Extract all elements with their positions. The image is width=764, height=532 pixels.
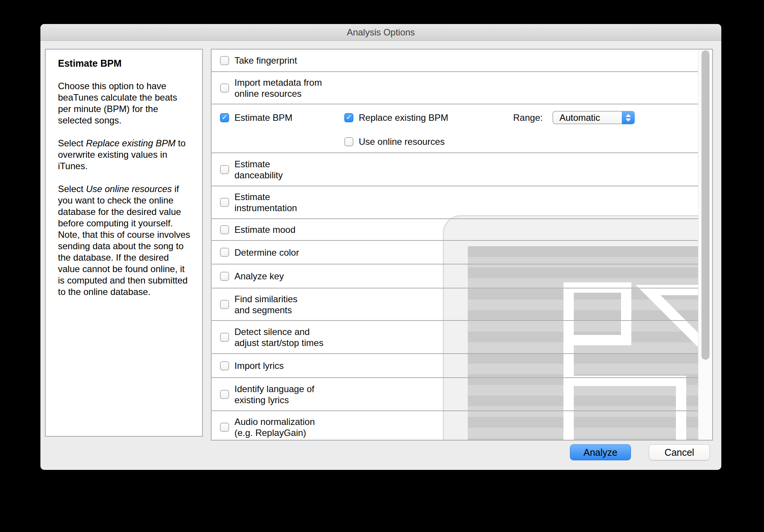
popup-arrows-icon bbox=[622, 111, 635, 124]
analysis-options-list: Take fingerprintImport metadata fromonli… bbox=[212, 50, 698, 440]
option-row-import-metadata: Import metadata fromonline resources bbox=[212, 72, 698, 104]
scrollbar-track[interactable] bbox=[698, 50, 712, 440]
option-label-detect-silence[interactable]: Detect silence andadjust start/stop time… bbox=[234, 326, 323, 348]
checkbox-estimate-mood[interactable] bbox=[220, 225, 229, 234]
option-row-analyze-key: Analyze key bbox=[212, 264, 698, 288]
options-pane: Take fingerprintImport metadata fromonli… bbox=[211, 49, 713, 441]
option-row-estimate-bpm: ✓Estimate BPM✓Replace existing BPMUse on… bbox=[212, 104, 698, 153]
option-row-take-fingerprint: Take fingerprint bbox=[212, 50, 698, 72]
checkbox-identify-language[interactable] bbox=[220, 390, 229, 399]
title-bar[interactable]: Analysis Options bbox=[40, 24, 721, 41]
range-group: Range:Automatic bbox=[513, 111, 635, 124]
analyze-button[interactable]: Analyze bbox=[570, 444, 631, 460]
option-label-estimate-bpm[interactable]: Estimate BPM bbox=[234, 112, 292, 123]
option-row-import-lyrics: Import lyrics bbox=[212, 354, 698, 378]
checkbox-audio-normalization[interactable] bbox=[220, 423, 229, 432]
option-row-estimate-instrumentation: Estimateinstrumentation bbox=[212, 186, 698, 219]
scrollbar-thumb[interactable] bbox=[701, 50, 709, 360]
option-row-estimate-mood: Estimate mood bbox=[212, 219, 698, 241]
option-row-detect-silence: Detect silence andadjust start/stop time… bbox=[212, 321, 698, 354]
option-row-find-similarities: Find similaritiesand segments bbox=[212, 288, 698, 321]
range-selected-value: Automatic bbox=[553, 112, 600, 123]
window-title: Analysis Options bbox=[40, 24, 721, 41]
description-pane: Estimate BPM Choose this option to have … bbox=[45, 49, 203, 437]
option-label-estimate-danceability[interactable]: Estimatedanceability bbox=[234, 159, 283, 181]
option-label-estimate-instrumentation[interactable]: Estimateinstrumentation bbox=[234, 191, 297, 213]
option-label-identify-language[interactable]: Identify language ofexisting lyrics bbox=[234, 383, 315, 405]
checkmark-icon: ✓ bbox=[221, 114, 228, 121]
range-select[interactable]: Automatic bbox=[552, 111, 635, 124]
checkbox-import-lyrics[interactable] bbox=[220, 361, 229, 370]
checkbox-estimate-instrumentation[interactable] bbox=[220, 198, 229, 207]
sub-option-use-online-resources: Use online resources bbox=[344, 136, 448, 147]
option-label-determine-color[interactable]: Determine color bbox=[234, 247, 299, 258]
option-row-audio-normalization: Audio normalization(e.g. ReplayGain) bbox=[212, 411, 698, 440]
checkbox-estimate-bpm[interactable]: ✓ bbox=[220, 113, 229, 122]
option-label-import-metadata[interactable]: Import metadata fromonline resources bbox=[234, 77, 322, 99]
option-label-import-lyrics[interactable]: Import lyrics bbox=[234, 360, 284, 371]
checkbox-find-similarities[interactable] bbox=[220, 300, 229, 309]
cancel-button[interactable]: Cancel bbox=[649, 444, 710, 460]
option-label-audio-normalization[interactable]: Audio normalization(e.g. ReplayGain) bbox=[234, 416, 315, 438]
option-label-estimate-mood[interactable]: Estimate mood bbox=[234, 224, 295, 235]
checkmark-icon: ✓ bbox=[346, 114, 352, 121]
option-label-analyze-key[interactable]: Analyze key bbox=[234, 271, 284, 282]
checkbox-take-fingerprint[interactable] bbox=[220, 56, 229, 65]
option-label-find-similarities[interactable]: Find similaritiesand segments bbox=[234, 293, 297, 316]
description-paragraph: Select Use online resources if you want … bbox=[58, 183, 191, 298]
checkbox-replace-existing-bpm[interactable]: ✓ bbox=[344, 113, 353, 122]
option-row-determine-color: Determine color bbox=[212, 241, 698, 264]
checkbox-determine-color[interactable] bbox=[220, 248, 229, 257]
sub-option-replace-existing-bpm: ✓Replace existing BPM bbox=[344, 112, 448, 123]
description-heading: Estimate BPM bbox=[58, 58, 191, 69]
checkbox-estimate-danceability[interactable] bbox=[220, 165, 229, 174]
option-label-replace-existing-bpm[interactable]: Replace existing BPM bbox=[359, 112, 448, 123]
checkbox-import-metadata[interactable] bbox=[220, 83, 229, 93]
description-paragraph: Select Replace existing BPM to overwrite… bbox=[58, 138, 191, 172]
checkbox-detect-silence[interactable] bbox=[220, 333, 229, 342]
checkbox-analyze-key[interactable] bbox=[220, 272, 229, 281]
analysis-options-dialog: Analysis Options Estimate BPM Choose thi… bbox=[40, 24, 721, 470]
option-row-identify-language: Identify language ofexisting lyrics bbox=[212, 378, 698, 411]
option-row-estimate-danceability: Estimatedanceability bbox=[212, 153, 698, 186]
checkbox-use-online-resources[interactable] bbox=[344, 137, 353, 146]
description-paragraph: Choose this option to have beaTunes calc… bbox=[58, 80, 191, 126]
description-text: Choose this option to have beaTunes calc… bbox=[58, 80, 191, 298]
option-label-use-online-resources[interactable]: Use online resources bbox=[359, 136, 445, 147]
range-label: Range: bbox=[513, 112, 543, 123]
option-label-take-fingerprint[interactable]: Take fingerprint bbox=[234, 55, 297, 66]
